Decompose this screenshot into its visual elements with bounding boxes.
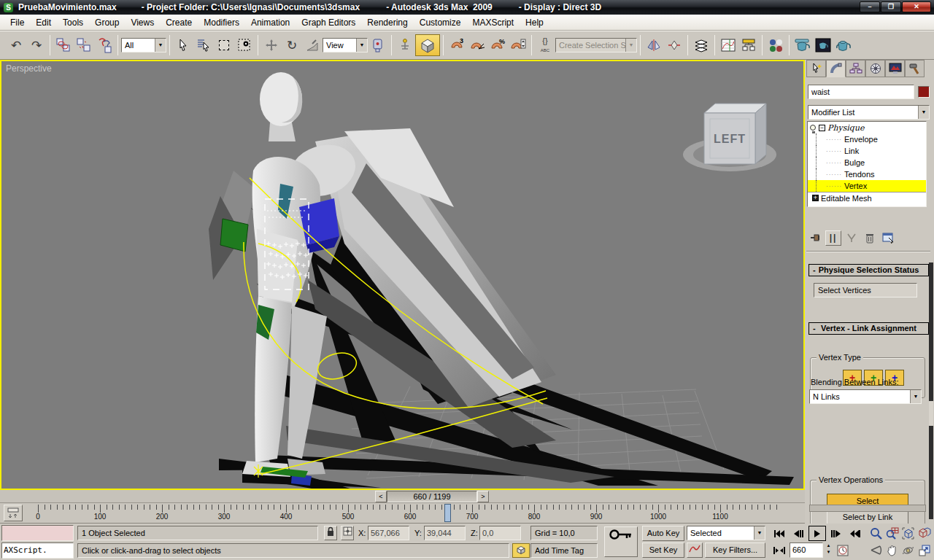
time-slider-handle[interactable]: 660 / 1199 xyxy=(387,491,477,502)
stack-child-label[interactable]: Bulge xyxy=(844,158,865,167)
rendered-frame-window-icon[interactable] xyxy=(813,34,833,56)
align-icon[interactable] xyxy=(664,34,684,56)
tab-create[interactable] xyxy=(806,60,826,77)
close-button[interactable]: ✕ xyxy=(902,1,931,12)
chevron-down-icon[interactable]: ▼ xyxy=(155,39,166,52)
stack-row-physique[interactable]: − Physique xyxy=(808,122,926,133)
zoom-icon[interactable] xyxy=(868,526,884,541)
menu-customize[interactable]: Customize xyxy=(414,15,467,30)
tab-motion[interactable] xyxy=(865,60,885,77)
stack-child-label[interactable]: Envelope xyxy=(844,135,878,144)
play-animation-icon[interactable] xyxy=(808,526,826,541)
undo-icon[interactable]: ↶ xyxy=(6,34,26,56)
named-selection-set-combo[interactable]: Create Selection Set ▼ xyxy=(555,38,637,52)
quick-render-icon[interactable] xyxy=(833,34,854,56)
collapse-minus-icon[interactable]: − xyxy=(819,125,825,131)
make-unique-icon[interactable] xyxy=(844,230,860,246)
set-key-button[interactable]: Set Key xyxy=(642,542,684,558)
mini-curve-editor-button[interactable] xyxy=(4,505,23,521)
rectangular-selection-region-icon[interactable] xyxy=(214,34,234,56)
menu-group[interactable]: Group xyxy=(89,15,125,30)
rollout-vertex-link-assignment[interactable]: - Vertex - Link Assignment xyxy=(808,322,929,335)
z-coordinate-field[interactable]: 0,0 xyxy=(479,526,521,540)
menu-help[interactable]: Help xyxy=(520,15,549,30)
stack-root-label[interactable]: Physique xyxy=(827,123,865,133)
chevron-down-icon[interactable]: ▼ xyxy=(910,390,921,403)
menu-tools[interactable]: Tools xyxy=(57,15,89,30)
current-frame-marker[interactable] xyxy=(444,504,451,522)
menu-views[interactable]: Views xyxy=(125,15,160,30)
percent-snap-icon[interactable]: % xyxy=(487,34,508,56)
maxscript-listener[interactable]: AXScript. xyxy=(1,542,74,559)
pin-stack-icon[interactable] xyxy=(807,230,823,246)
menu-animation[interactable]: Animation xyxy=(245,15,296,30)
track-bar[interactable]: 010020030040050060070080090010001100 xyxy=(0,503,805,524)
snaps-toggle-icon[interactable] xyxy=(415,34,440,56)
select-by-name-icon[interactable] xyxy=(193,34,214,56)
command-panel-scrollbar[interactable] xyxy=(929,262,933,519)
curve-editor-icon[interactable] xyxy=(718,34,738,56)
menu-graph-editors[interactable]: Graph Editors xyxy=(296,15,361,30)
menu-maxscript[interactable]: MAXScript xyxy=(466,15,520,30)
field-of-view-icon[interactable] xyxy=(868,542,884,558)
menu-edit[interactable]: Edit xyxy=(30,15,57,30)
restore-button[interactable]: ❐ xyxy=(881,1,901,12)
menu-rendering[interactable]: Rendering xyxy=(361,15,413,30)
stack-row-link[interactable]: ······Link xyxy=(808,145,926,157)
layer-manager-icon[interactable] xyxy=(691,34,711,56)
angle-snap-icon[interactable] xyxy=(467,34,487,56)
previous-frame-icon[interactable] xyxy=(790,526,807,541)
previous-frame-button[interactable]: < xyxy=(375,491,387,502)
select-and-link-icon[interactable] xyxy=(53,34,74,56)
isolate-selection-icon[interactable] xyxy=(512,543,530,558)
rollout-collapse-icon[interactable]: - xyxy=(813,323,816,334)
show-end-result-icon[interactable]: || xyxy=(825,230,841,246)
modifier-stack[interactable]: − Physique ······Envelope ······Link ···… xyxy=(807,121,927,207)
material-editor-icon[interactable] xyxy=(765,34,786,56)
reference-coordinate-dropdown[interactable]: View ▼ xyxy=(323,38,368,52)
rollout-physique-selection-status[interactable]: - Physique Selection Status xyxy=(808,264,929,276)
stack-child-label[interactable]: Link xyxy=(844,147,859,155)
select-by-link-button[interactable]: Select by Link xyxy=(827,510,908,524)
blending-dropdown[interactable]: N Links ▼ xyxy=(809,389,922,404)
chevron-down-icon[interactable]: ▼ xyxy=(918,106,929,119)
render-setup-icon[interactable] xyxy=(792,34,813,56)
stack-row-envelope[interactable]: ······Envelope xyxy=(808,133,926,145)
object-color-swatch[interactable] xyxy=(918,86,930,98)
default-in-out-tangents-icon[interactable] xyxy=(687,542,703,558)
key-filters-button[interactable]: Key Filters... xyxy=(705,542,765,558)
rollout-collapse-icon[interactable]: - xyxy=(813,265,816,276)
stack-base-label[interactable]: Editable Mesh xyxy=(821,194,872,203)
zoom-all-icon[interactable] xyxy=(884,526,900,541)
redo-icon[interactable]: ↷ xyxy=(26,34,47,56)
go-to-start-icon[interactable] xyxy=(771,526,788,541)
stack-child-label[interactable]: Tendons xyxy=(844,170,875,179)
track-ruler[interactable]: 010020030040050060070080090010001100 xyxy=(0,503,805,524)
visibility-bulb-icon[interactable] xyxy=(810,125,816,131)
window-crossing-selection-icon[interactable] xyxy=(234,34,255,56)
chevron-down-icon[interactable]: ▼ xyxy=(356,39,367,52)
mirror-icon[interactable] xyxy=(644,34,664,56)
arc-rotate-icon[interactable] xyxy=(900,542,916,558)
pan-hand-icon[interactable] xyxy=(884,542,900,558)
minimize-button[interactable]: – xyxy=(860,1,880,12)
viewcube[interactable]: LEFT xyxy=(683,104,776,171)
snap-3d-icon[interactable]: 3 xyxy=(447,34,467,56)
set-keys-button[interactable] xyxy=(604,526,638,557)
current-frame-field[interactable]: 660 xyxy=(790,542,823,558)
select-and-move-icon[interactable] xyxy=(261,34,282,56)
menu-modifiers[interactable]: Modifiers xyxy=(198,15,245,30)
stack-row-tendons[interactable]: ······Tendons xyxy=(808,168,926,180)
maximize-viewport-icon[interactable] xyxy=(916,542,932,558)
time-configuration-icon[interactable] xyxy=(834,542,852,558)
tab-utilities[interactable] xyxy=(905,60,925,77)
stack-row-vertex-selected[interactable]: ······Vertex xyxy=(808,180,926,192)
viewport-perspective[interactable]: Perspective xyxy=(0,60,805,490)
zoom-extents-all-icon[interactable] xyxy=(916,526,932,541)
stack-child-label[interactable]: Vertex xyxy=(844,182,867,190)
select-and-scale-icon[interactable] xyxy=(302,34,323,56)
key-mode-dropdown[interactable]: Selected ▼ xyxy=(687,526,765,540)
unlink-selection-icon[interactable] xyxy=(74,34,94,56)
time-slider-bar[interactable]: < 660 / 1199 > xyxy=(0,490,805,503)
configure-modifier-sets-icon[interactable] xyxy=(880,230,896,246)
